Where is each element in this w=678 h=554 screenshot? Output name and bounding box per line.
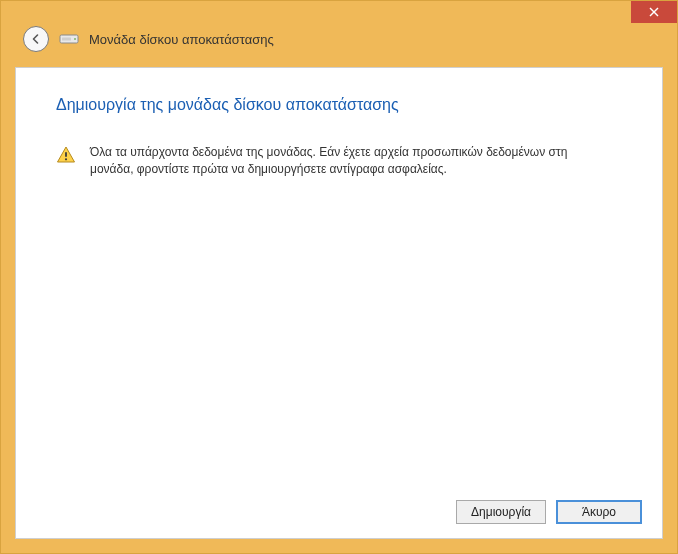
window-title: Μονάδα δίσκου αποκατάστασης — [89, 32, 274, 47]
content-body: Δημιουργία της μονάδας δίσκου αποκατάστα… — [16, 68, 662, 486]
warning-icon — [56, 145, 76, 165]
header: Μονάδα δίσκου αποκατάστασης — [1, 11, 677, 67]
footer: Δημιουργία Άκυρο — [16, 486, 662, 538]
svg-rect-5 — [65, 152, 67, 157]
page-heading: Δημιουργία της μονάδας δίσκου αποκατάστα… — [56, 96, 622, 114]
svg-point-4 — [74, 38, 76, 40]
warning-text: Όλα τα υπάρχοντα δεδομένα της μονάδας. Ε… — [90, 144, 590, 179]
content-frame: Δημιουργία της μονάδας δίσκου αποκατάστα… — [15, 67, 663, 539]
titlebar-strip — [1, 1, 677, 11]
cancel-button[interactable]: Άκυρο — [556, 500, 642, 524]
create-button[interactable]: Δημιουργία — [456, 500, 546, 524]
svg-rect-3 — [62, 38, 71, 41]
drive-icon — [59, 32, 79, 46]
back-button[interactable] — [23, 26, 49, 52]
close-icon — [649, 7, 659, 17]
arrow-left-icon — [30, 33, 42, 45]
svg-point-6 — [65, 158, 67, 160]
wizard-window: Μονάδα δίσκου αποκατάστασης Δημιουργία τ… — [0, 0, 678, 554]
close-button[interactable] — [631, 1, 677, 23]
warning-row: Όλα τα υπάρχοντα δεδομένα της μονάδας. Ε… — [56, 144, 622, 179]
